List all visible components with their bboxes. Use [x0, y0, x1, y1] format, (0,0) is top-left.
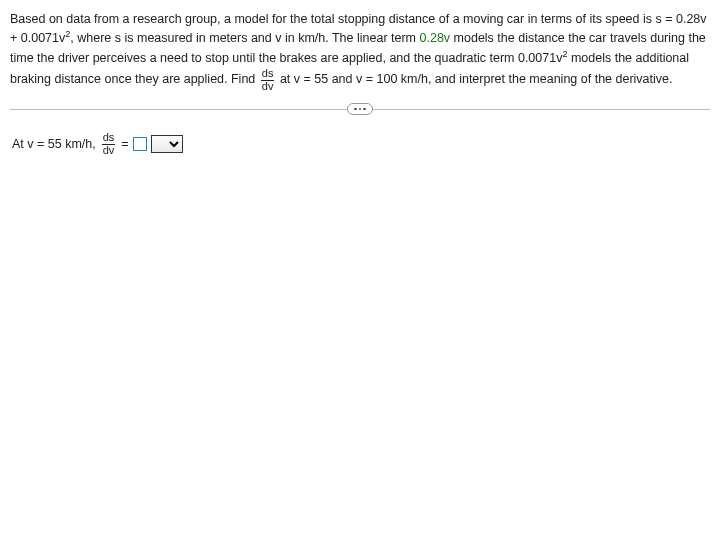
unit-select[interactable]: [151, 135, 183, 153]
section-divider: [10, 102, 710, 116]
text-segment: at v = 55 and v = 100 km/h, and interpre…: [276, 72, 672, 86]
expand-button[interactable]: [347, 103, 373, 115]
linear-term: 0.28v: [420, 31, 451, 45]
ellipsis-icon: [354, 108, 357, 111]
ellipsis-icon: [359, 108, 362, 111]
text-segment: , where s is measured in meters and v in…: [70, 31, 419, 45]
ellipsis-icon: [363, 108, 366, 111]
quadratic-term: 0.0071v2: [518, 51, 568, 65]
equals-sign: =: [121, 137, 128, 151]
derivative-fraction: dsdv: [261, 68, 275, 92]
answer-input[interactable]: [133, 137, 147, 151]
answer-row: At v = 55 km/h, ds dv =: [10, 132, 710, 156]
answer-prefix: At v = 55 km/h,: [12, 137, 96, 151]
text-segment: Based on data from a research group, a m…: [10, 12, 655, 26]
problem-statement: Based on data from a research group, a m…: [10, 10, 710, 92]
derivative-fraction: ds dv: [102, 132, 116, 156]
